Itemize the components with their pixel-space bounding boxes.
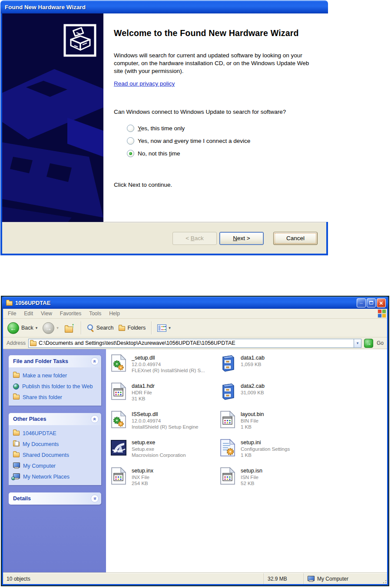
status-total-size: 32.9 MB <box>264 573 304 584</box>
file-tile-layout-bin[interactable]: layout.binBIN File1 KB <box>219 411 328 439</box>
resize-grip[interactable] <box>381 573 387 584</box>
new-folder-icon <box>13 373 20 378</box>
folders-button[interactable]: Folders <box>117 324 147 332</box>
my-network-places-icon <box>13 473 20 479</box>
maximize-button[interactable] <box>367 298 376 307</box>
my-documents-icon <box>13 442 20 446</box>
place-my-network-places[interactable]: My Network Places <box>13 473 98 480</box>
search-button[interactable]: Search <box>85 324 116 333</box>
wizard-titlebar[interactable]: Found New Hardware Wizard <box>0 0 328 13</box>
menu-bar: File Edit View Favorites Tools Help <box>3 309 387 319</box>
cabinet-file-icon <box>219 383 236 400</box>
toolbar-separator <box>81 321 81 334</box>
radio-option-no-not-this-time[interactable]: No, not this time <box>127 150 315 157</box>
menu-file[interactable]: File <box>4 310 20 317</box>
back-button[interactable]: < Back <box>172 232 217 245</box>
panel-header-file-folder-tasks[interactable]: File and Folder Tasks <box>9 355 101 367</box>
radio-label[interactable]: No, not this time <box>138 150 180 157</box>
file-and-folder-tasks-panel: File and Folder Tasks Make a new folder … <box>9 355 101 406</box>
search-icon <box>87 324 94 332</box>
share-folder-icon <box>13 395 20 400</box>
task-pane: File and Folder Tasks Make a new folder … <box>3 349 106 573</box>
grid-file-icon <box>219 467 236 485</box>
wizard-artwork-panel <box>2 13 103 222</box>
up-arrow-icon <box>71 321 75 329</box>
explorer-titlebar[interactable]: 1056UPDTAE <box>2 297 388 309</box>
file-tile-data1-cab[interactable]: data1.cab1,059 KB <box>219 354 328 383</box>
radio-label[interactable]: Yes, this time only <box>138 125 185 132</box>
place-shared-documents[interactable]: Shared Documents <box>13 452 98 458</box>
maximize-icon <box>369 301 373 304</box>
toolbar: Back Search Folders <box>3 319 387 337</box>
place-1046updtae[interactable]: 1046UPDTAE <box>13 430 98 436</box>
radio-option-yes-every-time[interactable]: Yes, now and every time I connect a devi… <box>127 137 315 145</box>
menu-edit[interactable]: Edit <box>20 310 37 317</box>
panel-header-details[interactable]: Details <box>9 492 101 505</box>
forward-dropdown-caret[interactable] <box>56 326 59 330</box>
address-folder-icon <box>30 341 36 346</box>
status-zone: My Computer <box>304 573 381 584</box>
grid-file-icon <box>219 411 236 428</box>
task-make-new-folder[interactable]: Make a new folder <box>13 372 98 379</box>
collapse-chevron-icon[interactable] <box>91 415 99 423</box>
file-list-area[interactable]: _setup.dll12.0.0.49974FLEXnet (R) Instal… <box>106 349 387 573</box>
place-my-documents[interactable]: My Documents <box>13 441 98 447</box>
config-gear-file-icon <box>219 439 236 456</box>
panel-header-other-places[interactable]: Other Places <box>9 413 101 425</box>
task-publish-folder[interactable]: Publish this folder to the Web <box>13 383 98 390</box>
close-button[interactable] <box>377 298 386 307</box>
status-object-count: 10 objects <box>3 573 264 584</box>
file-tile-setup-inx[interactable]: setup.inxINX File254 KB <box>110 467 219 496</box>
toolbar-separator <box>151 321 152 334</box>
my-computer-icon <box>13 462 20 469</box>
file-tile-setup-ini[interactable]: setup.iniConfiguration Settings1 KB <box>219 439 328 467</box>
menu-view[interactable]: View <box>37 310 56 317</box>
place-my-computer[interactable]: My Computer <box>13 462 98 469</box>
menu-favorites[interactable]: Favorites <box>56 310 85 317</box>
file-tile-data1-hdr[interactable]: data1.hdrHDR File31 KB <box>110 383 219 411</box>
go-label[interactable]: Go <box>377 340 384 346</box>
expand-chevron-icon[interactable] <box>91 495 99 502</box>
address-path: C:\Documents and Settings\test\Desktop\A… <box>39 340 351 346</box>
file-tile-setup-dll[interactable]: _setup.dll12.0.0.49974FLEXnet (R) Instal… <box>110 354 219 383</box>
file-tile-setup-isn[interactable]: setup.isnISN File52 KB <box>219 467 328 496</box>
go-button[interactable] <box>364 339 373 348</box>
wizard-description: Windows will search for current and upda… <box>114 52 315 75</box>
address-input[interactable]: C:\Documents and Settings\test\Desktop\A… <box>28 339 361 348</box>
menu-tools[interactable]: Tools <box>85 310 105 317</box>
file-tile-issetup-dll[interactable]: ISSetup.dll12.0.0.49974InstallShield (R)… <box>110 411 219 439</box>
address-bar: Address C:\Documents and Settings\test\D… <box>3 337 387 349</box>
back-dropdown-caret[interactable] <box>36 326 38 330</box>
radio-icon[interactable] <box>127 125 134 132</box>
file-tile-setup-exe[interactable]: setup.exeSetup.exeMacrovision Corporatio… <box>110 439 219 467</box>
address-dropdown-caret[interactable] <box>354 339 361 347</box>
radio-icon[interactable] <box>127 137 134 145</box>
up-button[interactable] <box>62 322 77 334</box>
collapse-chevron-icon[interactable] <box>91 357 99 365</box>
status-bar: 10 objects 32.9 MB My Computer <box>3 573 387 584</box>
radio-label[interactable]: Yes, now and every time I connect a devi… <box>138 138 250 144</box>
folders-icon <box>119 326 125 331</box>
forward-nav-button[interactable] <box>41 321 60 335</box>
address-label: Address <box>7 340 26 346</box>
forward-arrow-icon <box>43 322 54 334</box>
file-tile-data2-cab[interactable]: data2.cab31,009 KB <box>219 383 328 411</box>
shared-documents-icon <box>13 453 20 457</box>
windows-logo-icon <box>378 309 386 318</box>
views-button[interactable] <box>156 324 172 333</box>
dll-gears-file-icon <box>110 354 127 372</box>
privacy-policy-link[interactable]: Read our privacy policy <box>114 80 175 87</box>
next-button[interactable]: Next > <box>219 232 264 245</box>
radio-option-yes-this-time[interactable]: Yes, this time only <box>127 125 315 132</box>
back-nav-button[interactable]: Back <box>6 321 39 335</box>
other-places-panel: Other Places 1046UPDTAE My Documents <box>9 413 101 485</box>
cancel-button[interactable]: Cancel <box>273 232 318 245</box>
views-dropdown-caret[interactable] <box>169 326 171 330</box>
radio-icon-selected[interactable] <box>127 150 134 157</box>
wizard-heading: Welcome to the Found New Hardware Wizard <box>114 27 314 39</box>
explorer-title: 1056UPDTAE <box>15 300 50 306</box>
task-share-folder[interactable]: Share this folder <box>13 394 98 400</box>
minimize-button[interactable] <box>357 298 366 307</box>
menu-help[interactable]: Help <box>105 310 124 317</box>
folder-icon <box>13 431 20 436</box>
